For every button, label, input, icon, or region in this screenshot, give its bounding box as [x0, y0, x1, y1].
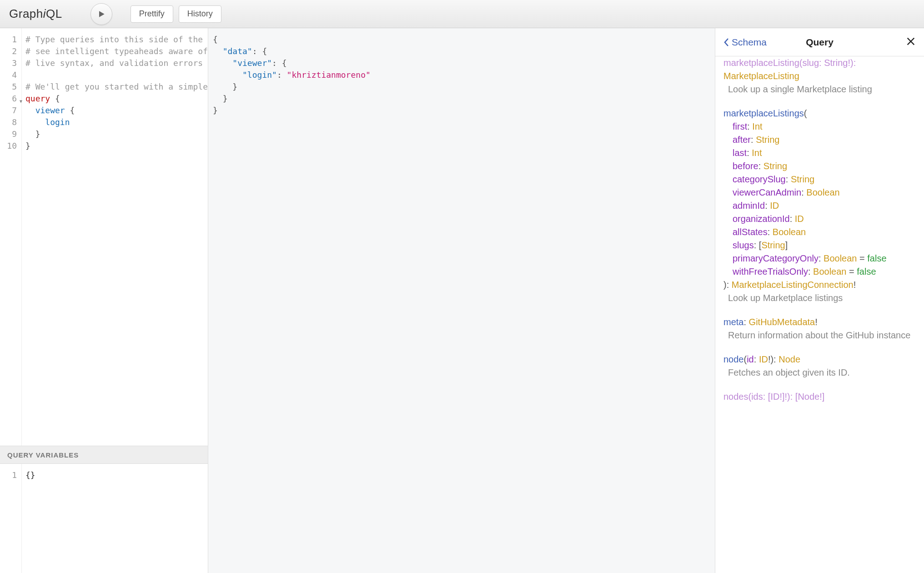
doc-type-link[interactable]: MarketplaceListingConnection: [732, 280, 854, 290]
prettify-button[interactable]: Prettify: [131, 5, 173, 23]
query-variables-editor[interactable]: 1 {}: [0, 464, 208, 573]
doc-type-link[interactable]: ID: [759, 354, 768, 364]
app-logo: GraphiQL: [9, 7, 62, 21]
result-pane: { "data": { "viewer": { "login": "khrizt…: [208, 28, 715, 573]
doc-arg: after: String: [723, 133, 916, 146]
doc-type-link[interactable]: Boolean: [773, 227, 806, 237]
query-code[interactable]: # Type queries into this side of the scr…: [22, 28, 208, 446]
doc-type-link[interactable]: Boolean: [813, 266, 846, 276]
doc-arg: before: String: [723, 160, 916, 173]
doc-type-link[interactable]: String: [791, 174, 814, 184]
doc-type-link[interactable]: ID: [770, 201, 779, 211]
doc-arg: slugs: [String]: [723, 239, 916, 252]
query-editor[interactable]: 1 2 3 4 5 6▼ 7 8 9 10 # Type queries int…: [0, 28, 208, 446]
doc-type-link[interactable]: Boolean: [824, 253, 857, 263]
result-code: { "data": { "viewer": { "login": "khrizt…: [208, 28, 715, 573]
doc-type-link[interactable]: MarketplaceListing: [723, 71, 799, 81]
chevron-left-icon: [723, 38, 730, 47]
doc-field-link[interactable]: meta: [723, 317, 743, 327]
doc-type-link[interactable]: String: [763, 161, 787, 171]
doc-arg: allStates: Boolean: [723, 226, 916, 239]
doc-type-link[interactable]: Int: [752, 148, 762, 158]
play-icon: [97, 10, 106, 19]
doc-arg: primaryCategoryOnly: Boolean = false: [723, 252, 916, 265]
doc-back-button[interactable]: Schema: [723, 37, 767, 48]
doc-type-link[interactable]: GitHubMetadata: [749, 317, 815, 327]
doc-arg: organizationId: ID: [723, 212, 916, 226]
main-area: 1 2 3 4 5 6▼ 7 8 9 10 # Type queries int…: [0, 28, 924, 573]
editor-column: 1 2 3 4 5 6▼ 7 8 9 10 # Type queries int…: [0, 28, 208, 573]
doc-title: Query: [806, 37, 834, 48]
close-icon: [906, 36, 916, 46]
doc-type-link[interactable]: Node: [778, 354, 800, 364]
query-variables-header[interactable]: QUERY VARIABLES: [0, 446, 208, 464]
doc-partial-bottom: nodes(ids: [ID!]!): [Node!]: [723, 390, 916, 403]
doc-arg: categorySlug: String: [723, 173, 916, 186]
doc-arg: viewerCanAdmin: Boolean: [723, 186, 916, 199]
doc-field-meta: meta: GitHubMetadata! Return information…: [723, 316, 916, 342]
doc-arg: first: Int: [723, 120, 916, 133]
doc-body[interactable]: marketplaceListing(slug: String!): Marke…: [715, 56, 924, 573]
line-gutter: 1 2 3 4 5 6▼ 7 8 9 10: [0, 28, 22, 446]
doc-close-button[interactable]: [906, 36, 916, 48]
doc-field-link[interactable]: node: [723, 354, 744, 364]
toolbar: GraphiQL Prettify History: [0, 0, 924, 28]
doc-header: Schema Query: [715, 28, 924, 56]
doc-field-marketplaceListings: marketplaceListings( first: Intafter: St…: [723, 107, 916, 305]
doc-arg: withFreeTrialsOnly: Boolean = false: [723, 265, 916, 278]
execute-button[interactable]: [90, 3, 112, 25]
doc-partial-top: marketplaceListing(slug: String!):: [723, 56, 916, 70]
doc-type-link[interactable]: Int: [752, 121, 762, 131]
doc-type-link[interactable]: Boolean: [806, 187, 839, 197]
doc-arg: adminId: ID: [723, 199, 916, 212]
history-button[interactable]: History: [179, 5, 221, 23]
doc-type-link[interactable]: String: [756, 135, 779, 145]
doc-type-link[interactable]: String: [761, 240, 785, 250]
doc-field-link[interactable]: marketplaceListings: [723, 108, 804, 118]
doc-field-node: node(id: ID!): Node Fetches an object gi…: [723, 353, 916, 379]
doc-explorer: Schema Query marketplaceListing(slug: St…: [715, 28, 924, 573]
doc-field-marketplaceListing: MarketplaceListing Look up a single Mark…: [723, 70, 916, 96]
doc-arg: last: Int: [723, 146, 916, 160]
doc-type-link[interactable]: ID: [795, 214, 804, 224]
